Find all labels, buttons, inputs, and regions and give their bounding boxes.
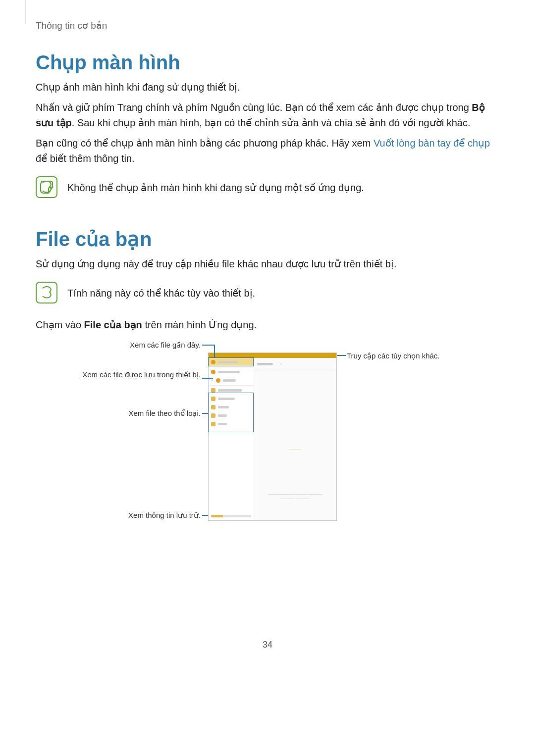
page-number: 34	[36, 640, 499, 650]
text: trên màn hình Ứng dụng.	[142, 319, 257, 330]
outline-options	[332, 353, 337, 357]
sb-device2: ▾	[209, 376, 254, 385]
text: Chạm vào	[36, 319, 84, 330]
content-tab	[257, 363, 273, 365]
figure-myfiles: ▾ + ——— ———————— ——— ———————— ————	[74, 343, 461, 531]
callout-recent: Xem các file gần đây.	[74, 341, 201, 350]
text: để biết thêm thông tin.	[36, 153, 135, 164]
content-placeholder: ———	[254, 447, 336, 452]
text: Bạn cũng có thể chụp ảnh màn hình bằng c…	[36, 138, 374, 149]
leader	[214, 345, 215, 357]
paragraph: Chụp ảnh màn hình khi đang sử dụng thiết…	[36, 80, 499, 95]
note-text: Không thể chụp ảnh màn hình khi đang sử …	[67, 176, 364, 196]
heading-screenshot: Chụp màn hình	[36, 51, 499, 74]
leader	[202, 345, 214, 346]
page-edge-decoration	[25, 0, 26, 24]
heading-myfiles: File của bạn	[36, 228, 499, 251]
outline-cats	[208, 393, 254, 432]
leader	[202, 413, 208, 414]
paragraph: Sử dụng ứng dụng này để truy cập nhiều f…	[36, 256, 499, 272]
paragraph: Bạn cũng có thể chụp ảnh màn hình bằng c…	[36, 136, 499, 166]
link-palm-swipe[interactable]: Vuốt lòng bàn tay để chụp	[374, 138, 490, 149]
callout-options: Truy cập các tùy chọn khác.	[347, 352, 456, 360]
paragraph: Nhấn và giữ phím Trang chính và phím Ngu…	[36, 100, 499, 131]
leader	[337, 355, 346, 356]
device-sidebar: ▾	[209, 358, 254, 520]
leader	[202, 515, 208, 516]
note-icon	[36, 176, 57, 198]
content-bottom-text: ———————— ——— ———————— ————	[259, 492, 331, 501]
text-bold: File của bạn	[84, 319, 142, 330]
outline-recent	[208, 357, 254, 366]
text: Nhấn và giữ phím Trang chính và phím Ngu…	[36, 102, 472, 113]
callout-storage: Xem thông tin lưu trữ.	[74, 511, 201, 520]
sb-storage-bar	[211, 515, 251, 517]
callout-device: Xem các file được lưu trong thiết bị.	[74, 370, 201, 379]
content-tab-plus: +	[280, 362, 282, 366]
device-content: + ——— ———————— ——— ———————— ————	[254, 358, 336, 520]
note-text: Tính năng này có thể khác tùy vào thiết …	[67, 282, 255, 301]
sb-device	[209, 368, 254, 376]
device-mock: ▾ + ——— ———————— ——— ———————— ————	[208, 353, 337, 521]
note-icon	[36, 282, 57, 303]
breadcrumb: Thông tin cơ bản	[36, 20, 499, 31]
paragraph: Chạm vào File của bạn trên màn hình Ứng …	[36, 317, 499, 333]
callout-category: Xem file theo thể loại.	[74, 409, 201, 418]
leader	[202, 378, 213, 379]
text: . Sau khi chụp ảnh màn hình, bạn có thể …	[72, 117, 471, 128]
